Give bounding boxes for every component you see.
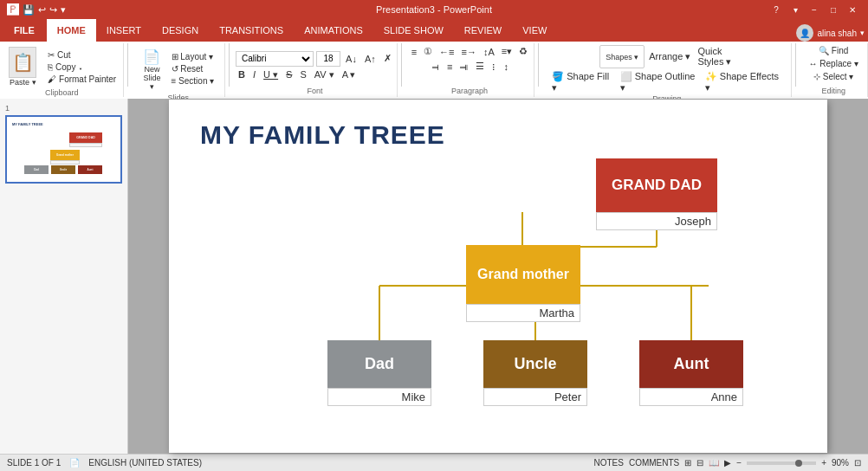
shapes-gallery[interactable]: Shapes ▾	[599, 45, 645, 68]
align-text-btn[interactable]: ≡▾	[499, 45, 515, 58]
main-area: 1 MY FAMILY TREEE GRAND DAD Grand mother…	[0, 99, 868, 454]
editing-label: Editing	[821, 87, 845, 95]
cut-button[interactable]: ✂ Cut	[44, 49, 120, 61]
underline-btn[interactable]: U ▾	[261, 68, 281, 81]
presenter-view-btn[interactable]: ▶	[724, 458, 731, 468]
close-btn[interactable]: ✕	[844, 3, 861, 16]
convert-smartart-btn[interactable]: ♻	[516, 45, 530, 58]
copy-button[interactable]: ⎘ Copy ▾	[44, 61, 120, 73]
char-spacing-btn[interactable]: AV ▾	[312, 68, 337, 81]
align-right-btn[interactable]: ⫥	[457, 60, 471, 73]
reading-view-btn[interactable]: 📖	[709, 458, 719, 468]
reset-button[interactable]: ↺ Reset	[168, 63, 218, 74]
ribbon-collapse-btn[interactable]: ▾	[787, 3, 804, 16]
dad-box[interactable]: Dad Mike	[327, 340, 431, 406]
normal-view-btn[interactable]: ⊞	[684, 458, 691, 468]
italic-btn[interactable]: I	[250, 68, 258, 81]
new-slide-button[interactable]: 📄 NewSlide ▾	[139, 45, 165, 94]
editing-content: 🔍 Find ↔ Replace ▾ ⊹ Select ▾	[806, 45, 862, 87]
slides-small-btns: ⊞ Layout ▾ ↺ Reset ≡ Section ▾	[168, 51, 218, 87]
decrease-indent-btn[interactable]: ←≡	[437, 45, 457, 58]
customize-quick-btn[interactable]: ▾	[61, 4, 66, 16]
quick-styles-btn[interactable]: QuickStyles ▾	[695, 45, 734, 68]
clipboard-label: Clipboard	[45, 88, 79, 97]
zoom-in-btn[interactable]: +	[821, 458, 826, 468]
slide-sorter-btn[interactable]: ⊟	[696, 458, 703, 468]
notes-btn[interactable]: NOTES	[594, 458, 624, 468]
clear-format-btn[interactable]: ✗	[381, 52, 394, 65]
text-direction-btn[interactable]: ↕A	[481, 45, 497, 58]
increase-font-btn[interactable]: A↑	[362, 53, 379, 65]
tab-transitions[interactable]: TRANSITIONS	[209, 19, 294, 42]
strikethrough-btn[interactable]: S	[283, 68, 295, 81]
ribbon-group-slides: 📄 NewSlide ▾ ⊞ Layout ▾ ↺ Reset ≡ Sectio…	[132, 43, 225, 97]
slide-canvas[interactable]: MY FAMILY TREEE	[169, 100, 827, 453]
slide-thumbnail[interactable]: MY FAMILY TREEE GRAND DAD Grand mother D…	[5, 115, 122, 184]
justify-btn[interactable]: ☰	[473, 60, 487, 73]
ribbon-tabs: FILE HOME INSERT DESIGN TRANSITIONS ANIM…	[0, 19, 868, 42]
status-right: NOTES COMMENTS ⊞ ⊟ 📖 ▶ − + 90% ⊡	[594, 458, 862, 468]
layout-button[interactable]: ⊞ Layout ▾	[168, 51, 218, 62]
comments-btn[interactable]: COMMENTS	[629, 458, 679, 468]
aunt-box[interactable]: Aunt Anne	[639, 340, 743, 406]
slide-panel: 1 MY FAMILY TREEE GRAND DAD Grand mother…	[0, 99, 128, 454]
granddad-box[interactable]: GRAND DAD Joseph	[596, 158, 717, 230]
tab-file[interactable]: FILE	[2, 19, 47, 42]
save-quick-btn[interactable]: 💾	[23, 4, 35, 16]
font-size-input[interactable]	[316, 51, 340, 67]
shape-fill-btn[interactable]: 🪣 Shape Fill ▾	[549, 70, 615, 94]
select-button[interactable]: ⊹ Select ▾	[810, 71, 857, 82]
sep5	[795, 43, 796, 87]
grandmother-name: Martha	[466, 304, 580, 322]
format-painter-button[interactable]: 🖌 Format Painter	[44, 74, 120, 85]
section-button[interactable]: ≡ Section ▾	[168, 75, 218, 87]
decrease-font-btn[interactable]: A↓	[343, 53, 360, 65]
align-center-btn[interactable]: ≡	[444, 60, 455, 73]
granddad-name: Joseph	[596, 212, 717, 230]
aunt-label: Aunt	[639, 340, 743, 388]
ribbon: FILE HOME INSERT DESIGN TRANSITIONS ANIM…	[0, 19, 868, 99]
undo-quick-btn[interactable]: ↩	[38, 4, 46, 16]
increase-indent-btn[interactable]: ≡→	[459, 45, 479, 58]
shape-outline-btn[interactable]: ⬜ Shape Outline ▾	[618, 70, 701, 94]
tab-design[interactable]: DESIGN	[152, 19, 209, 42]
paste-button[interactable]: 📋 Paste ▾	[3, 45, 42, 88]
font-color-btn[interactable]: A ▾	[340, 68, 359, 81]
tab-view[interactable]: VIEW	[512, 19, 557, 42]
zoom-slider[interactable]	[747, 461, 816, 465]
paragraph-content: ≡ ① ←≡ ≡→ ↕A ≡▾ ♻ ⫤ ≡ ⫥ ☰ ⫶ ↕	[409, 45, 531, 87]
uncle-box[interactable]: Uncle Peter	[483, 340, 587, 406]
restore-btn[interactable]: □	[825, 3, 842, 16]
slide-number: 1	[5, 104, 122, 113]
columns-btn[interactable]: ⫶	[489, 60, 499, 73]
tab-insert[interactable]: INSERT	[96, 19, 152, 42]
tab-animations[interactable]: ANIMATIONS	[294, 19, 373, 42]
find-button[interactable]: 🔍 Find	[815, 45, 852, 56]
bold-btn[interactable]: B	[236, 68, 248, 81]
grandmother-box[interactable]: Grand mother Martha	[466, 245, 580, 322]
user-dropdown-icon[interactable]: ▾	[860, 29, 865, 37]
redo-quick-btn[interactable]: ↪	[49, 4, 57, 16]
slides-content: 📄 NewSlide ▾ ⊞ Layout ▾ ↺ Reset ≡ Sectio…	[139, 45, 217, 94]
line-spacing-btn[interactable]: ↕	[501, 60, 511, 73]
shape-effects-btn[interactable]: ✨ Shape Effects ▾	[703, 70, 785, 94]
numbering-btn[interactable]: ①	[421, 45, 435, 58]
user-name[interactable]: alina shah	[817, 29, 857, 38]
quick-access-toolbar: 🅿 💾 ↩ ↪ ▾	[7, 3, 66, 16]
minimize-btn[interactable]: −	[806, 3, 823, 16]
font-label: Font	[307, 87, 322, 95]
zoom-out-btn[interactable]: −	[736, 458, 742, 468]
ribbon-group-paragraph: ≡ ① ←≡ ≡→ ↕A ≡▾ ♻ ⫤ ≡ ⫥ ☰ ⫶ ↕ Paragraph	[405, 43, 535, 97]
fit-slide-btn[interactable]: ⊡	[854, 458, 861, 468]
replace-button[interactable]: ↔ Replace ▾	[806, 58, 862, 69]
tab-slideshow[interactable]: SLIDE SHOW	[373, 19, 454, 42]
shadow-btn[interactable]: S	[297, 68, 308, 81]
arrange-btn[interactable]: Arrange ▾	[646, 45, 693, 68]
zoom-level[interactable]: 90%	[832, 458, 849, 468]
help-btn[interactable]: ?	[768, 3, 785, 16]
tab-home[interactable]: HOME	[47, 19, 96, 42]
align-left-btn[interactable]: ⫤	[428, 60, 443, 73]
font-family-select[interactable]: Calibri	[236, 51, 314, 67]
bullets-btn[interactable]: ≡	[409, 45, 419, 58]
tab-review[interactable]: REVIEW	[454, 19, 512, 42]
